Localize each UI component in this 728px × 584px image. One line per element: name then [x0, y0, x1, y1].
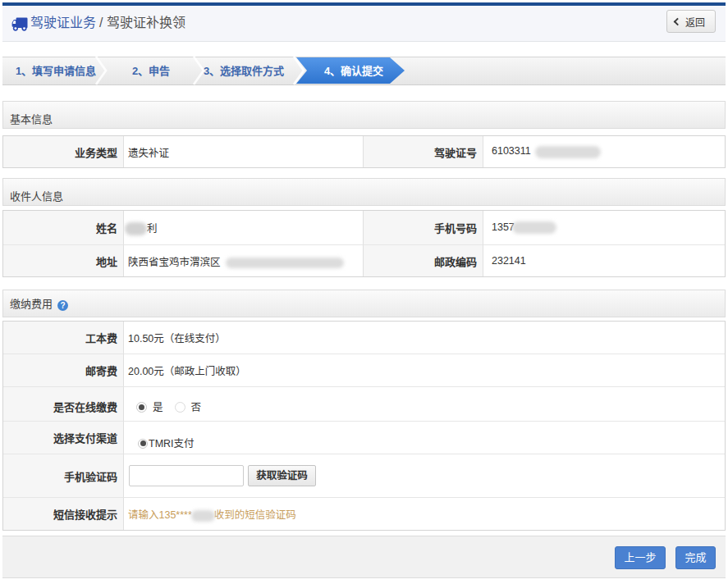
svg-text:4、确认提交: 4、确认提交 — [324, 65, 383, 77]
svg-text:2、申告: 2、申告 — [132, 65, 170, 77]
svg-text:1、填写申请信息: 1、填写申请信息 — [16, 65, 96, 77]
svg-text:3、选择取件方式: 3、选择取件方式 — [204, 65, 284, 77]
